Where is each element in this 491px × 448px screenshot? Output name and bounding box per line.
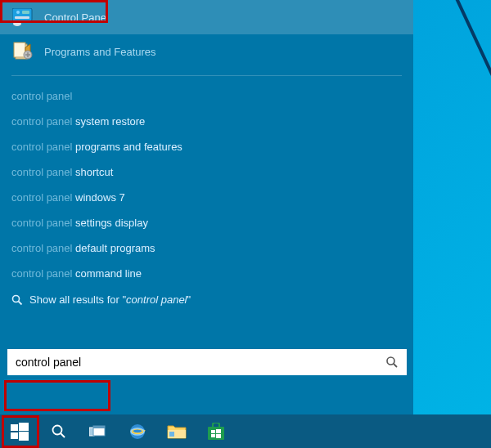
svg-point-1 bbox=[16, 11, 20, 14]
svg-rect-28 bbox=[211, 434, 215, 437]
result-label: Programs and Features bbox=[44, 46, 156, 58]
suggestion-item[interactable]: control panel system restore bbox=[11, 110, 413, 133]
taskbar-file-explorer-button[interactable] bbox=[157, 414, 196, 448]
svg-line-11 bbox=[394, 364, 397, 367]
suggestion-item[interactable]: control panel programs and features bbox=[11, 135, 413, 159]
svg-line-17 bbox=[61, 433, 65, 437]
suggestion-item[interactable]: control panel command line bbox=[11, 262, 413, 285]
search-input[interactable] bbox=[7, 356, 377, 369]
svg-rect-12 bbox=[11, 424, 18, 431]
svg-point-8 bbox=[13, 295, 20, 302]
result-control-panel[interactable]: Control Panel bbox=[0, 0, 413, 34]
search-box[interactable] bbox=[7, 349, 407, 375]
svg-rect-0 bbox=[12, 8, 32, 21]
svg-rect-26 bbox=[211, 430, 215, 433]
svg-rect-2 bbox=[22, 11, 29, 14]
taskbar-store-button[interactable] bbox=[196, 414, 236, 448]
suggestion-item[interactable]: control panel windows 7 bbox=[11, 186, 413, 209]
suggestion-item[interactable]: control panel shortcut bbox=[11, 160, 413, 184]
start-button[interactable] bbox=[0, 414, 39, 448]
suggestion-item[interactable]: control panel settings display bbox=[11, 211, 413, 235]
show-all-results[interactable]: Show all results for "control panel" bbox=[0, 285, 413, 314]
internet-explorer-icon bbox=[128, 422, 147, 441]
search-button[interactable] bbox=[377, 349, 407, 375]
show-all-label: Show all results for "control panel" bbox=[29, 293, 191, 306]
search-suggestions-list: control panel control panel system resto… bbox=[0, 84, 413, 285]
search-icon bbox=[11, 294, 23, 306]
svg-rect-3 bbox=[15, 16, 29, 19]
suggestion-item[interactable]: control panel bbox=[11, 84, 413, 108]
svg-rect-13 bbox=[19, 423, 29, 431]
search-icon bbox=[51, 423, 67, 440]
file-explorer-icon bbox=[167, 423, 187, 440]
svg-rect-20 bbox=[93, 426, 105, 428]
result-label: Control Panel bbox=[44, 11, 109, 24]
svg-rect-27 bbox=[216, 429, 221, 433]
task-view-icon bbox=[89, 424, 107, 439]
svg-rect-24 bbox=[169, 432, 174, 437]
store-icon bbox=[207, 423, 225, 441]
taskbar-search-button[interactable] bbox=[39, 414, 79, 448]
programs-features-icon bbox=[11, 40, 34, 63]
svg-line-9 bbox=[19, 301, 22, 304]
svg-point-10 bbox=[387, 357, 394, 365]
results-divider bbox=[11, 75, 402, 76]
search-icon bbox=[385, 356, 399, 369]
taskbar bbox=[0, 414, 491, 448]
suggestion-item[interactable]: control panel default programs bbox=[11, 236, 413, 260]
windows-logo-icon bbox=[11, 423, 29, 441]
task-view-button[interactable] bbox=[79, 414, 118, 448]
result-programs-features[interactable]: Programs and Features bbox=[0, 34, 413, 69]
search-results-panel: Control Panel Programs and Features cont… bbox=[0, 0, 413, 414]
svg-rect-29 bbox=[216, 434, 221, 438]
taskbar-ie-button[interactable] bbox=[118, 414, 157, 448]
svg-point-4 bbox=[13, 21, 21, 26]
svg-rect-14 bbox=[11, 432, 18, 439]
svg-point-16 bbox=[53, 425, 62, 434]
control-panel-icon bbox=[11, 6, 34, 29]
svg-rect-15 bbox=[19, 432, 29, 441]
